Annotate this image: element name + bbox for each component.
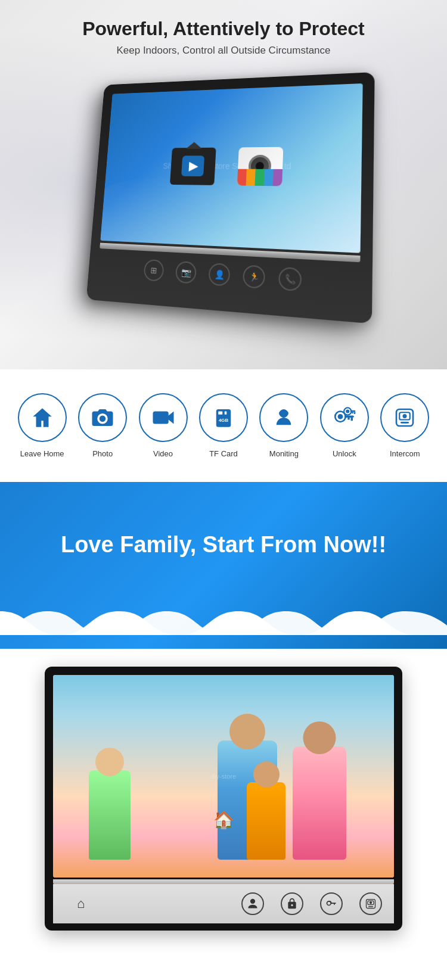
svg-point-18 [403,414,407,418]
second-device-section: 🏠 diy-store ⌂ [0,649,447,954]
second-device-screen: 🏠 diy-store [53,675,394,878]
svg-text:4GB: 4GB [219,418,228,423]
svg-rect-8 [344,416,354,418]
feature-item-intercom: Intercom [375,393,435,458]
dev-btn-1[interactable]: ⊞ [143,259,164,282]
feature-label-unlock: Unlock [333,449,356,458]
key-icon [332,405,357,430]
screen-film-icon [170,147,216,185]
features-grid: Leave Home Photo Video [12,393,435,458]
feature-circle-moniting [259,393,308,442]
hero-title: Powerful, Attentively to Protect [12,18,435,40]
banner-section: Love Family, Start From Now!! [0,482,447,649]
dev-btn-4[interactable]: 🏃 [243,265,265,288]
svg-rect-9 [350,418,353,421]
figure-child1 [89,770,131,860]
wave-decoration [0,587,447,635]
feature-label-intercom: Intercom [390,449,420,458]
svg-rect-15 [352,412,353,413]
house-icon-small: 🏠 [213,810,234,830]
dev2-intercom-btn[interactable] [359,892,382,915]
device-buttons: ⊞ 📷 👤 🏃 📞 [97,256,360,295]
dev2-camera-btn[interactable] [241,892,264,915]
svg-rect-1 [218,412,222,415]
svg-point-12 [346,409,349,413]
feature-circle-photo [78,393,127,442]
feature-item-tf-card: 4GB TF Card [193,393,253,458]
svg-rect-19 [401,422,409,424]
feature-item-unlock: Unlock [314,393,374,458]
figure-child2 [247,782,285,860]
figure-mom [293,746,346,860]
svg-point-22 [370,901,372,904]
feature-circle-intercom [380,393,429,442]
device-wrapper: Shenzhen diy-store Security Co.,Ltd ⊞ 📷 … [86,72,375,323]
feature-circle-unlock [320,393,369,442]
feature-label-video: Video [153,449,173,458]
device2-silver-bar [53,879,394,884]
dev2-lock-btn[interactable] [281,892,303,915]
sd-card-icon: 4GB [211,405,236,430]
camera-icon [90,405,115,430]
wave-svg [0,587,447,635]
dev-btn-5[interactable]: 📞 [278,267,302,291]
banner-title: Love Family, Start From Now!! [49,496,398,587]
feature-item-leave-home: Leave Home [12,393,72,458]
feature-circle-leave-home [18,393,67,442]
svg-rect-2 [225,412,227,415]
svg-rect-14 [354,412,356,414]
camera-icon-screen [237,147,283,186]
device-screen: Shenzhen diy-store Security Co.,Ltd [100,83,362,253]
feature-circle-tf-card: 4GB [199,393,248,442]
feature-label-leave-home: Leave Home [20,449,64,458]
device-outer: Shenzhen diy-store Security Co.,Ltd ⊞ 📷 … [86,72,375,323]
feature-item-photo: Photo [72,393,132,458]
watermark2: diy-store [211,773,236,780]
hero-subtitle: Keep Indoors, Control all Outside Circum… [12,45,435,57]
feature-item-video: Video [133,393,193,458]
feature-label-moniting: Moniting [269,449,299,458]
dev2-key-btn[interactable] [320,892,343,915]
screen-camera-icon [237,147,283,186]
dev-btn-3[interactable]: 👤 [208,263,230,287]
device2-bottom-bar: ⌂ [53,884,394,923]
feature-item-moniting: Moniting [254,393,314,458]
svg-rect-23 [368,906,373,907]
intercom-icon [392,405,417,430]
second-device-outer: 🏠 diy-store ⌂ [45,667,402,931]
feature-label-tf-card: TF Card [209,449,238,458]
hero-section: Powerful, Attentively to Protect Keep In… [0,0,447,369]
home-icon-bottom[interactable]: ⌂ [77,896,85,911]
family-photo: 🏠 diy-store [53,675,394,878]
features-section: Leave Home Photo Video [0,369,447,482]
dev-btn-2[interactable]: 📷 [175,261,197,284]
feature-label-photo: Photo [92,449,113,458]
device-display: Shenzhen diy-store Security Co.,Ltd ⊞ 📷 … [12,74,435,308]
svg-rect-10 [347,418,350,420]
svg-rect-13 [350,410,355,412]
monitor-person-icon [271,405,296,430]
svg-point-7 [337,414,343,419]
video-icon [151,405,176,430]
feature-circle-video [139,393,188,442]
film-icon [170,147,216,185]
house-icon [30,405,55,430]
